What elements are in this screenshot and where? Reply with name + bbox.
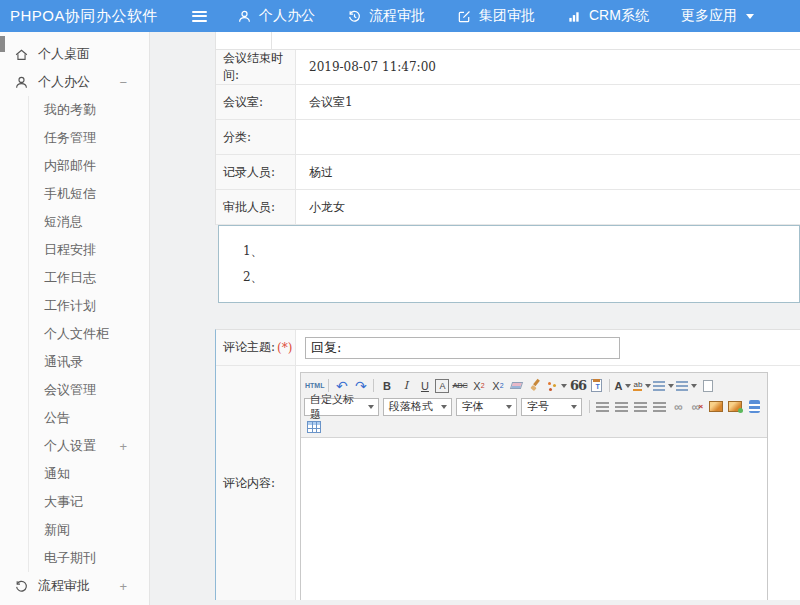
strikethrough-icon[interactable]: ABC: [451, 377, 468, 394]
comment-subject-row: 评论主题: (*): [216, 330, 800, 366]
expand-toggle[interactable]: +: [119, 579, 127, 594]
sidebar-subgroup-personal-office: 我的考勤 任务管理 内部邮件 手机短信 短消息 日程安排 工作日志 工作计划 个…: [28, 96, 149, 572]
paste-from-word-icon[interactable]: [588, 377, 605, 394]
nav-crm-system[interactable]: CRM系统: [567, 7, 649, 25]
comment-content-cell: HTML ↶ ↷ B I U A ABC X2 X2: [296, 366, 800, 600]
table-icon[interactable]: [305, 418, 322, 435]
media-icon[interactable]: [746, 398, 763, 415]
link-icon[interactable]: ∞: [670, 398, 687, 415]
sidebar-item-short-message[interactable]: 短消息: [29, 208, 149, 236]
bar-chart-icon: [567, 9, 582, 24]
align-left-icon[interactable]: [594, 398, 611, 415]
unlink-icon[interactable]: ∞×: [689, 398, 706, 415]
caret-down-icon: [746, 14, 754, 19]
top-navigation-bar: PHPOA协同办公软件 个人办公 流程审批 集团审批 CRM系统 更多应用: [0, 0, 800, 32]
sidebar-item-workflow-approval[interactable]: 流程审批 +: [0, 572, 149, 600]
rich-text-editor: HTML ↶ ↷ B I U A ABC X2 X2: [300, 372, 768, 600]
top-nav-menu: 个人办公 流程审批 集团审批 CRM系统 更多应用: [237, 7, 786, 25]
home-icon: [13, 46, 29, 62]
editor-toolbar: HTML ↶ ↷ B I U A ABC X2 X2: [301, 373, 767, 438]
sidebar-item-personal-cabinet[interactable]: 个人文件柜: [29, 320, 149, 348]
sidebar-item-my-attendance[interactable]: 我的考勤: [29, 96, 149, 124]
user-icon: [237, 9, 252, 24]
paragraph-select[interactable]: 段落格式: [383, 398, 452, 416]
sidebar-item-schedule[interactable]: 日程安排: [29, 236, 149, 264]
sidebar-item-desktop[interactable]: 个人桌面: [0, 40, 149, 68]
font-size-select[interactable]: 字号: [521, 398, 582, 416]
sidebar-item-mobile-sms[interactable]: 手机短信: [29, 180, 149, 208]
comment-subject-cell: [296, 330, 800, 365]
sidebar-item-memorabilia[interactable]: 大事记: [29, 488, 149, 516]
sidebar-item-notice[interactable]: 通知: [29, 460, 149, 488]
nav-more-apps[interactable]: 更多应用: [681, 7, 754, 25]
sidebar-item-announcement[interactable]: 公告: [29, 404, 149, 432]
color-palette-icon[interactable]: [546, 377, 567, 394]
required-mark: (*): [277, 341, 292, 355]
field-value: 杨过: [296, 155, 800, 189]
hamburger-icon[interactable]: [192, 11, 207, 22]
field-label: 会议结束时间:: [216, 50, 296, 84]
sidebar-item-internal-mail[interactable]: 内部邮件: [29, 152, 149, 180]
table-row-meeting-room: 会议室: 会议室1: [216, 85, 800, 120]
content-line: 2、: [219, 264, 799, 290]
subscript-icon[interactable]: X2: [489, 377, 506, 394]
sidebar-item-personal-settings[interactable]: 个人设置 +: [29, 432, 149, 460]
align-justify-icon[interactable]: [651, 398, 668, 415]
superscript-icon[interactable]: X2: [470, 377, 487, 394]
field-label: 审批人员:: [216, 190, 296, 224]
nav-personal-office[interactable]: 个人办公: [237, 7, 315, 25]
table-row-approver: 审批人员: 小龙女: [216, 190, 800, 225]
nav-workflow-approval[interactable]: 流程审批: [347, 7, 425, 25]
sidebar-item-work-log[interactable]: 工作日志: [29, 264, 149, 292]
table-row-category: 分类:: [216, 120, 800, 155]
sidebar-item-meeting-management[interactable]: 会议管理: [29, 376, 149, 404]
edit-icon: [457, 9, 472, 24]
eraser-icon[interactable]: [508, 377, 525, 394]
sidebar-item-personal-office[interactable]: 个人办公 −: [0, 68, 149, 96]
table-row-recorder: 记录人员: 杨过: [216, 155, 800, 190]
editor-content-area[interactable]: [301, 438, 767, 600]
highlight-pen-icon[interactable]: ab: [633, 377, 651, 394]
meeting-content-box: 1、 2、: [218, 225, 800, 303]
comment-subject-label: 评论主题: (*): [216, 330, 296, 365]
sidebar-item-contacts[interactable]: 通讯录: [29, 348, 149, 376]
ordered-list-icon[interactable]: [653, 377, 674, 394]
format-brush-icon[interactable]: [527, 377, 544, 394]
underline-icon[interactable]: U: [416, 377, 433, 394]
field-value: 会议室1: [296, 85, 800, 119]
field-value: [296, 120, 800, 154]
field-value: 2019-08-07 11:47:00: [296, 50, 800, 84]
app-title: PHPOA协同办公软件: [0, 7, 168, 26]
new-page-icon[interactable]: [699, 377, 716, 394]
meeting-detail-table: 会议结束时间: 2019-08-07 11:47:00 会议室: 会议室1 分类…: [215, 50, 800, 225]
sidebar-item-task-management[interactable]: 任务管理: [29, 124, 149, 152]
sidebar-item-news[interactable]: 新闻: [29, 516, 149, 544]
bold-icon[interactable]: B: [378, 377, 395, 394]
sidebar-menu: 个人桌面 个人办公 − 我的考勤 任务管理 内部邮件 手机短信 短消息 日程安排…: [0, 32, 150, 605]
heading-select[interactable]: 自定义标题: [304, 398, 379, 416]
collapse-toggle[interactable]: −: [119, 75, 127, 90]
font-color-icon[interactable]: A: [614, 377, 631, 394]
field-value: 小龙女: [296, 190, 800, 224]
unordered-list-icon[interactable]: [676, 377, 697, 394]
editor-toolbar-row3: [304, 417, 764, 436]
italic-icon[interactable]: I: [397, 377, 414, 394]
font-family-select[interactable]: 字体: [456, 398, 517, 416]
expand-toggle[interactable]: +: [119, 439, 127, 454]
field-label: 会议室:: [216, 85, 296, 119]
blockquote-icon[interactable]: 66: [569, 377, 586, 394]
table-row-meeting-end-time: 会议结束时间: 2019-08-07 11:47:00: [216, 50, 800, 85]
comment-content-row: 评论内容: HTML ↶ ↷ B I U A: [216, 366, 800, 600]
align-center-icon[interactable]: [613, 398, 630, 415]
sidebar-item-work-plan[interactable]: 工作计划: [29, 292, 149, 320]
field-label: 记录人员:: [216, 155, 296, 189]
image-icon[interactable]: [708, 398, 725, 415]
nav-group-approval[interactable]: 集团审批: [457, 7, 535, 25]
style-box-icon[interactable]: A: [435, 379, 449, 393]
align-right-icon[interactable]: [632, 398, 649, 415]
content-line: 1、: [219, 238, 799, 264]
comment-form: 评论主题: (*) 评论内容: HTML ↶ ↷: [215, 329, 800, 600]
comment-subject-input[interactable]: [305, 337, 620, 359]
batch-image-icon[interactable]: [727, 398, 744, 415]
sidebar-item-e-journal[interactable]: 电子期刊: [29, 544, 149, 572]
